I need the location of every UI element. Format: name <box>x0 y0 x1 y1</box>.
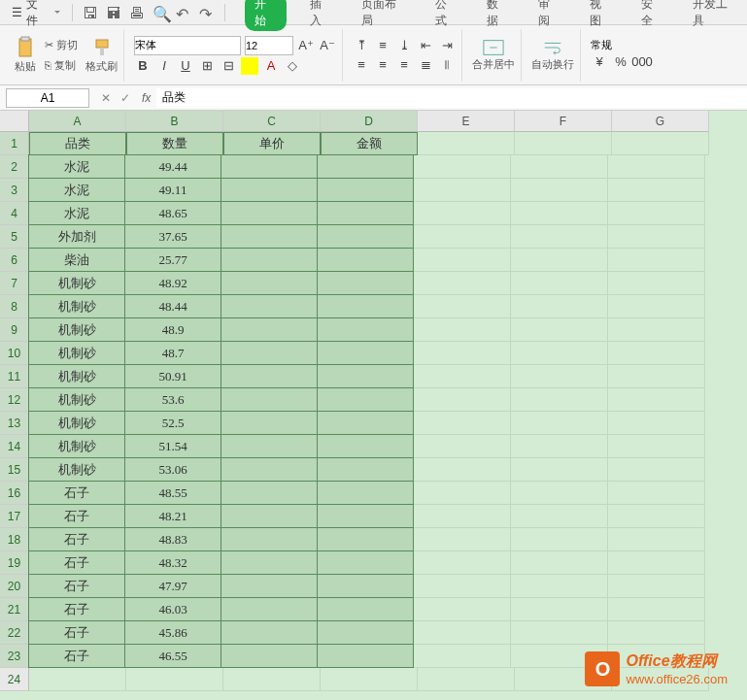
cell[interactable] <box>317 457 414 482</box>
cell[interactable] <box>608 458 705 482</box>
cell[interactable] <box>515 132 612 155</box>
cell[interactable] <box>221 644 318 668</box>
cell[interactable] <box>608 528 705 551</box>
cell[interactable] <box>608 482 705 505</box>
cell[interactable] <box>29 668 126 691</box>
cell[interactable]: 水泥 <box>28 201 125 225</box>
cell[interactable]: 25.77 <box>124 248 221 272</box>
cell[interactable]: 数量 <box>126 132 223 155</box>
cell[interactable] <box>608 505 705 528</box>
cell[interactable] <box>221 620 318 645</box>
rowhead[interactable]: 6 <box>0 249 29 272</box>
cell[interactable] <box>317 597 414 621</box>
cell[interactable]: 45.86 <box>124 620 221 645</box>
cell[interactable] <box>317 527 414 551</box>
cell[interactable] <box>221 574 318 598</box>
cell[interactable]: 48.9 <box>124 317 221 342</box>
cell[interactable]: 机制砂 <box>28 411 125 435</box>
cell[interactable]: 机制砂 <box>28 341 125 365</box>
indent-decrease-icon[interactable]: ⇤ <box>417 37 434 54</box>
cell[interactable] <box>414 551 511 575</box>
cell[interactable]: 47.97 <box>124 574 221 598</box>
cell[interactable] <box>511 435 608 458</box>
cell[interactable] <box>317 504 414 528</box>
cell[interactable]: 外加剂 <box>28 224 125 249</box>
cell[interactable] <box>414 458 511 482</box>
cell[interactable] <box>612 132 709 155</box>
rowhead[interactable]: 8 <box>0 295 29 318</box>
cell[interactable] <box>608 551 705 575</box>
cell[interactable] <box>221 504 318 528</box>
cell[interactable] <box>511 155 608 179</box>
cell[interactable] <box>414 202 511 225</box>
align-bottom-icon[interactable]: ⤓ <box>395 37 413 54</box>
cell[interactable] <box>221 201 318 225</box>
cell[interactable]: 48.44 <box>124 294 221 318</box>
rowhead[interactable]: 2 <box>0 155 29 179</box>
cell[interactable] <box>221 294 318 318</box>
cell[interactable] <box>414 225 511 249</box>
cell[interactable] <box>414 528 511 551</box>
rowhead[interactable]: 10 <box>0 342 29 365</box>
cell[interactable]: 50.91 <box>124 364 221 388</box>
cell[interactable]: 机制砂 <box>28 271 125 295</box>
underline-button[interactable]: U <box>177 57 194 75</box>
cell[interactable]: 机制砂 <box>28 457 125 482</box>
redo-icon[interactable]: ↷ <box>199 5 215 20</box>
cell[interactable] <box>511 388 608 412</box>
cell[interactable]: 石子 <box>28 574 125 598</box>
paste-button[interactable]: 粘贴 <box>14 36 37 74</box>
tab-data[interactable]: 数据 <box>481 0 515 31</box>
cell[interactable] <box>317 620 414 645</box>
rowhead[interactable]: 15 <box>0 458 29 482</box>
cell[interactable] <box>221 457 318 482</box>
cell[interactable] <box>418 132 515 155</box>
cell[interactable] <box>414 342 511 365</box>
cell[interactable] <box>608 179 705 202</box>
rowhead[interactable]: 21 <box>0 598 29 621</box>
cell[interactable] <box>414 388 511 412</box>
cell[interactable] <box>511 598 608 621</box>
rowhead[interactable]: 18 <box>0 528 29 551</box>
cell[interactable] <box>317 550 414 575</box>
cell[interactable] <box>414 505 511 528</box>
file-menu[interactable]: ☰ 文件 <box>4 0 68 31</box>
cell[interactable] <box>317 644 414 668</box>
cell[interactable] <box>608 202 705 225</box>
currency-icon[interactable]: ¥ <box>591 53 608 71</box>
rowhead[interactable]: 24 <box>0 668 29 691</box>
cell[interactable] <box>608 435 705 458</box>
cell[interactable] <box>317 411 414 435</box>
rowhead[interactable]: 17 <box>0 505 29 528</box>
cell[interactable] <box>608 225 705 249</box>
cell[interactable] <box>317 294 414 318</box>
cell[interactable] <box>608 318 705 342</box>
font-color-button[interactable]: A <box>262 57 280 75</box>
colhead-b[interactable]: B <box>126 111 223 132</box>
cell[interactable] <box>221 178 318 202</box>
merge-center-button[interactable]: 合并居中 <box>472 39 515 72</box>
cell[interactable]: 金额 <box>321 132 418 155</box>
cell[interactable] <box>221 317 318 342</box>
cell[interactable] <box>608 412 705 435</box>
cell[interactable] <box>511 249 608 272</box>
distribute-icon[interactable]: ⫴ <box>438 56 456 74</box>
rowhead[interactable]: 14 <box>0 435 29 458</box>
rowhead[interactable]: 20 <box>0 575 29 598</box>
cell[interactable]: 37.65 <box>124 224 221 249</box>
font-size-select[interactable] <box>245 36 293 55</box>
cell[interactable] <box>414 365 511 388</box>
cell[interactable] <box>414 179 511 202</box>
rowhead[interactable]: 4 <box>0 202 29 225</box>
cell[interactable] <box>414 621 511 645</box>
cell[interactable] <box>317 248 414 272</box>
cell[interactable]: 石子 <box>28 597 125 621</box>
cell[interactable]: 53.06 <box>124 457 221 482</box>
cell[interactable]: 48.32 <box>124 550 221 575</box>
cell[interactable] <box>511 621 608 645</box>
colhead-f[interactable]: F <box>515 111 612 132</box>
cell[interactable] <box>221 434 318 458</box>
rowhead[interactable]: 9 <box>0 318 29 342</box>
cell[interactable] <box>511 575 608 598</box>
cell[interactable] <box>608 249 705 272</box>
